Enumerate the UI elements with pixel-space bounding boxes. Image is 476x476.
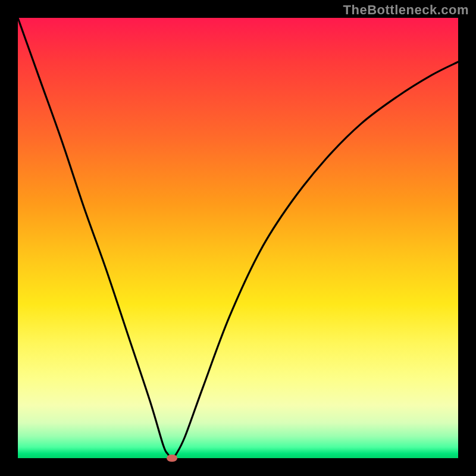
plot-area (18, 18, 458, 458)
curve-path (18, 18, 458, 458)
bottleneck-curve (18, 18, 458, 458)
chart-frame: TheBottleneck.com (0, 0, 476, 476)
optimal-marker (167, 455, 177, 462)
watermark-text: TheBottleneck.com (343, 2, 469, 18)
